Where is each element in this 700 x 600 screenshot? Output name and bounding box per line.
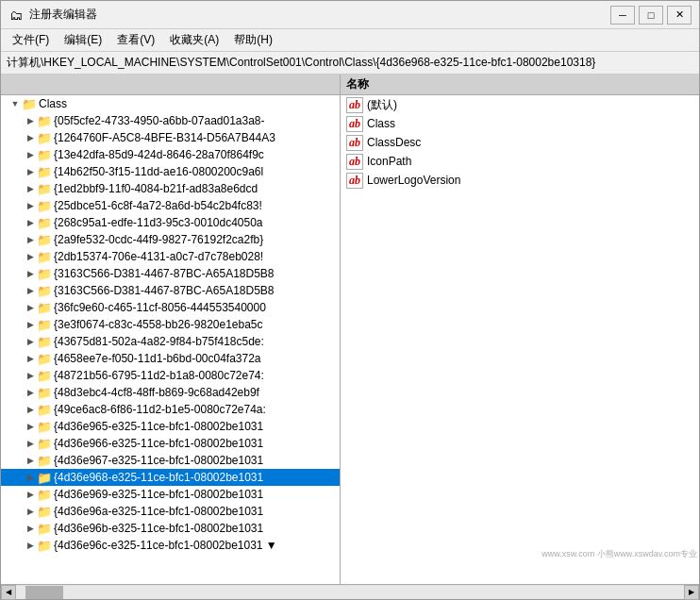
tree-node[interactable]: ▶📁{4d36e967-e325-11ce-bfc1-08002be1031 <box>1 452 340 469</box>
menu-item[interactable]: 文件(F) <box>5 30 57 50</box>
titlebar-left: 🗂 注册表编辑器 <box>8 7 97 23</box>
node-label: {4d36e966-e325-11ce-bfc1-08002be1031 <box>54 437 263 450</box>
tree-node[interactable]: ▶📁{4d36e965-e325-11ce-bfc1-08002be1031 <box>1 418 340 435</box>
node-label: {4d36e967-e325-11ce-bfc1-08002be1031 <box>54 454 263 467</box>
folder-icon: 📁 <box>37 250 52 263</box>
scroll-track[interactable] <box>16 586 684 599</box>
right-row[interactable]: ab(默认) <box>341 95 699 114</box>
scroll-right-button[interactable]: ▶ <box>684 585 699 600</box>
tree-node[interactable]: ▶📁{268c95a1-edfe-11d3-95c3-0010dc4050a <box>1 214 340 231</box>
folder-icon-class: 📁 <box>22 97 37 110</box>
folder-icon: 📁 <box>37 267 52 280</box>
right-row[interactable]: abClassDesc <box>341 133 699 152</box>
titlebar-controls: ─ □ ✕ <box>610 6 692 25</box>
expand-icon: ▶ <box>24 352 37 365</box>
tree-node[interactable]: ▶📁{48d3ebc4-4cf8-48ff-b869-9c68ad42eb9f <box>1 384 340 401</box>
folder-icon: 📁 <box>37 352 52 365</box>
node-label: {48721b56-6795-11d2-b1a8-0080c72e74: <box>54 369 264 382</box>
scroll-left-button[interactable]: ◀ <box>1 585 16 600</box>
right-row[interactable]: abIconPath <box>341 152 699 171</box>
reg-type-icon: ab <box>346 154 363 170</box>
menu-item[interactable]: 查看(V) <box>109 30 162 50</box>
tree-node[interactable]: ▶📁{3163C566-D381-4467-87BC-A65A18D5B8 <box>1 282 340 299</box>
menu-item[interactable]: 收藏夹(A) <box>162 30 226 50</box>
reg-type-icon: ab <box>346 173 363 189</box>
node-label: {1ed2bbf9-11f0-4084-b21f-ad83a8e6dcd <box>54 182 258 195</box>
node-label: {3163C566-D381-4467-87BC-A65A18D5B8 <box>54 284 275 297</box>
node-label: {05f5cfe2-4733-4950-a6bb-07aad01a3a8- <box>54 114 265 127</box>
expand-icon: ▶ <box>24 114 37 127</box>
folder-icon: 📁 <box>37 488 52 501</box>
scroll-thumb[interactable] <box>25 586 63 599</box>
folder-icon: 📁 <box>37 335 52 348</box>
tree-node[interactable]: ▶📁{4d36e969-e325-11ce-bfc1-08002be1031 <box>1 486 340 503</box>
node-label: {2a9fe532-0cdc-44f9-9827-76192f2ca2fb} <box>54 233 263 246</box>
right-header: 名称 <box>341 75 699 95</box>
horizontal-scrollbar[interactable]: ◀ ▶ <box>1 584 699 599</box>
tree-node[interactable]: ▶📁{3e3f0674-c83c-4558-bb26-9820e1eba5c <box>1 316 340 333</box>
tree-node[interactable]: ▶📁{14b62f50-3f15-11dd-ae16-0800200c9a6l <box>1 163 340 180</box>
tree-node[interactable]: ▶📁{43675d81-502a-4a82-9f84-b75f418c5de: <box>1 333 340 350</box>
tree-node[interactable]: ▶📁{13e42dfa-85d9-424d-8646-28a70f864f9c <box>1 146 340 163</box>
node-label: {3163C566-D381-4467-87BC-A65A18D5B8 <box>54 267 275 280</box>
reg-type-icon: ab <box>346 116 363 132</box>
tree-node[interactable]: ▶📁{2db15374-706e-4131-a0c7-d7c78eb028! <box>1 248 340 265</box>
expand-icon: ▶ <box>24 471 37 484</box>
folder-icon: 📁 <box>37 369 52 382</box>
tree-node[interactable]: ▶📁{48721b56-6795-11d2-b1a8-0080c72e74: <box>1 367 340 384</box>
expand-icon: ▶ <box>24 131 37 144</box>
tree-node[interactable]: ▶📁{4658ee7e-f050-11d1-b6bd-00c04fa372a <box>1 350 340 367</box>
tree-panel[interactable]: ▼ 📁 Class ▶📁{05f5cfe2-4733-4950-a6bb-07a… <box>1 75 341 584</box>
menubar: 文件(F)编辑(E)查看(V)收藏夹(A)帮助(H) <box>1 29 699 52</box>
right-row[interactable]: abLowerLogoVersion <box>341 171 699 190</box>
folder-icon: 📁 <box>37 403 52 416</box>
folder-icon: 📁 <box>37 199 52 212</box>
menu-item[interactable]: 帮助(H) <box>226 30 280 50</box>
tree-node[interactable]: ▶📁{1264760F-A5C8-4BFE-B314-D56A7B44A3 <box>1 129 340 146</box>
tree-node[interactable]: ▶📁{49ce6ac8-6f86-11d2-b1e5-0080c72e74a: <box>1 401 340 418</box>
tree-node[interactable]: ▶📁{4d36e96a-e325-11ce-bfc1-08002be1031 <box>1 503 340 520</box>
tree-node[interactable]: ▶📁{3163C566-D381-4467-87BC-A65A18D5B8 <box>1 265 340 282</box>
minimize-button[interactable]: ─ <box>610 6 635 25</box>
maximize-button[interactable]: □ <box>639 6 663 25</box>
expand-icon: ▶ <box>24 182 37 195</box>
tree-node[interactable]: ▶📁{25dbce51-6c8f-4a72-8a6d-b54c2b4fc83! <box>1 197 340 214</box>
right-row[interactable]: abClass <box>341 114 699 133</box>
tree-root-class[interactable]: ▼ 📁 Class <box>1 95 340 112</box>
right-row-label: (默认) <box>367 97 397 113</box>
tree-node[interactable]: ▶📁{4d36e96c-e325-11ce-bfc1-08002be1031 ▼ <box>1 537 340 554</box>
right-panel[interactable]: 名称 ab(默认)abClassabClassDescabIconPathabL… <box>341 75 699 584</box>
node-label: {4d36e96b-e325-11ce-bfc1-08002be1031 <box>54 522 263 535</box>
tree-node[interactable]: ▶📁{05f5cfe2-4733-4950-a6bb-07aad01a3a8- <box>1 112 340 129</box>
folder-icon: 📁 <box>37 386 52 399</box>
main-content: ▼ 📁 Class ▶📁{05f5cfe2-4733-4950-a6bb-07a… <box>1 75 699 584</box>
folder-icon: 📁 <box>37 216 52 229</box>
expand-icon: ▶ <box>24 267 37 280</box>
expand-icon: ▶ <box>24 284 37 297</box>
expand-icon: ▶ <box>24 454 37 467</box>
tree-node[interactable]: ▶📁{4d36e966-e325-11ce-bfc1-08002be1031 <box>1 435 340 452</box>
node-label: {4658ee7e-f050-11d1-b6bd-00c04fa372a <box>54 352 261 365</box>
node-label: {268c95a1-edfe-11d3-95c3-0010dc4050a <box>54 216 263 229</box>
main-window: 🗂 注册表编辑器 ─ □ ✕ 文件(F)编辑(E)查看(V)收藏夹(A)帮助(H… <box>0 0 700 600</box>
folder-icon: 📁 <box>37 505 52 518</box>
expand-icon: ▶ <box>24 403 37 416</box>
address-text: 计算机\HKEY_LOCAL_MACHINE\SYSTEM\ControlSet… <box>7 55 595 71</box>
folder-icon: 📁 <box>37 301 52 314</box>
node-label: {13e42dfa-85d9-424d-8646-28a70f864f9c <box>54 148 264 161</box>
tree-node[interactable]: ▶📁{2a9fe532-0cdc-44f9-9827-76192f2ca2fb} <box>1 231 340 248</box>
tree-node[interactable]: ▶📁{36fc9e60-c465-11cf-8056-444553540000 <box>1 299 340 316</box>
node-label: {4d36e965-e325-11ce-bfc1-08002be1031 <box>54 420 263 433</box>
menu-item[interactable]: 编辑(E) <box>57 30 109 50</box>
expand-icon: ▶ <box>24 148 37 161</box>
expand-icon: ▶ <box>24 420 37 433</box>
node-label: {3e3f0674-c83c-4558-bb26-9820e1eba5c <box>54 318 263 331</box>
close-button[interactable]: ✕ <box>667 6 692 25</box>
expand-icon: ▶ <box>24 539 37 552</box>
tree-node[interactable]: ▶📁{1ed2bbf9-11f0-4084-b21f-ad83a8e6dcd <box>1 180 340 197</box>
tree-node[interactable]: ▶📁{4d36e968-e325-11ce-bfc1-08002be1031 <box>1 469 340 486</box>
folder-icon: 📁 <box>37 284 52 297</box>
expand-icon: ▶ <box>24 318 37 331</box>
right-row-label: Class <box>367 117 395 130</box>
tree-node[interactable]: ▶📁{4d36e96b-e325-11ce-bfc1-08002be1031 <box>1 520 340 537</box>
